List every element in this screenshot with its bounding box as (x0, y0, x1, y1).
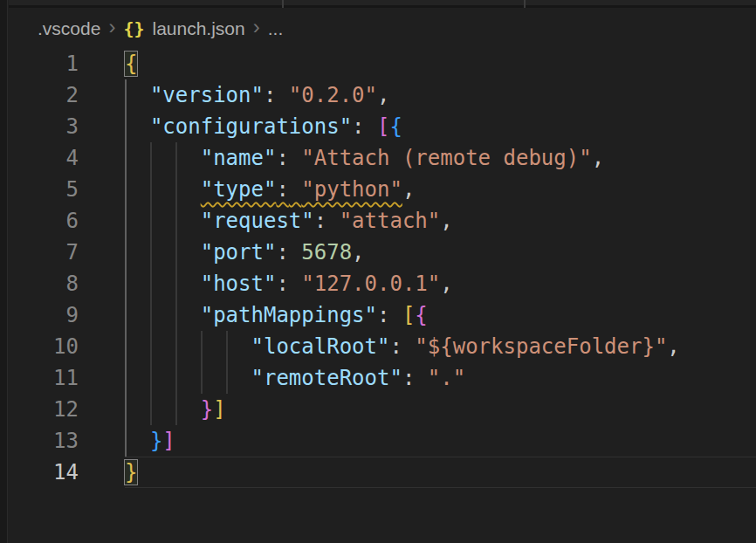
code-line[interactable]: 8 "host": "127.0.0.1", (9, 268, 756, 299)
code-line[interactable]: 11 "remoteRoot": "." (9, 362, 756, 394)
code-token: ] (162, 429, 175, 453)
code-token (289, 240, 301, 265)
code-token (125, 114, 150, 139)
code-line-content[interactable]: }] (125, 394, 226, 425)
code-line[interactable]: 7 "port": 5678, (9, 237, 756, 268)
breadcrumb-symbol-more[interactable]: ... (268, 18, 284, 39)
code-token (125, 177, 201, 202)
code-token (402, 334, 415, 359)
tab-separator (524, 0, 526, 8)
code-line[interactable]: 9 "pathMappings": [{ (9, 299, 756, 331)
code-line[interactable]: 5 "type": "python", (9, 174, 756, 205)
code-token: [ (377, 114, 389, 139)
code-token: : (276, 240, 288, 265)
code-line-content[interactable]: "type": "python", (125, 174, 415, 205)
code-token (289, 272, 301, 296)
line-number[interactable]: 8 (9, 268, 79, 299)
line-number[interactable]: 4 (9, 142, 79, 174)
breadcrumb: .vscode › {} launch.json › ... (9, 10, 756, 47)
code-line-content[interactable]: "localRoot": "${workspaceFolder}", (125, 331, 680, 362)
code-token: "configurations" (150, 114, 352, 139)
line-number[interactable]: 13 (9, 425, 79, 457)
code-token: "remoteRoot" (251, 366, 402, 390)
code-token: "127.0.0.1" (301, 272, 440, 296)
code-token: ] (213, 397, 225, 422)
code-line-content[interactable]: "pathMappings": [{ (125, 299, 428, 331)
code-token (276, 83, 288, 107)
code-line[interactable]: 4 "name": "Attach (remote debug)", (9, 142, 756, 174)
code-line-content[interactable]: "request": "attach", (125, 205, 453, 237)
code-token: "port" (201, 240, 277, 265)
code-token: 5678 (301, 240, 352, 265)
line-number[interactable]: 5 (9, 174, 79, 205)
code-token: "localRoot" (251, 334, 390, 359)
code-token (125, 334, 251, 359)
line-number[interactable]: 11 (9, 362, 79, 394)
code-token: : (389, 334, 402, 359)
code-token: : (352, 114, 364, 139)
line-number[interactable]: 7 (9, 237, 79, 268)
code-token (125, 272, 201, 296)
code-line[interactable]: 1{ (9, 48, 756, 79)
code-token: "request" (201, 209, 314, 233)
sidebar-edge (0, 0, 8, 543)
code-token: "type" (201, 177, 277, 202)
line-number[interactable]: 2 (9, 79, 79, 111)
line-number[interactable]: 9 (9, 299, 79, 331)
line-number[interactable]: 14 (9, 457, 79, 488)
json-file-icon: {} (123, 18, 144, 39)
bracket-match-highlight: } (125, 460, 137, 485)
code-line-content[interactable]: "host": "127.0.0.1", (125, 268, 453, 299)
code-line[interactable]: 13 }] (9, 425, 756, 457)
code-token: , (352, 240, 364, 265)
code-line[interactable]: 12 }] (9, 394, 756, 425)
code-token: "attach" (340, 209, 441, 233)
line-number[interactable]: 1 (9, 48, 79, 79)
code-line[interactable]: 3 "configurations": [{ (9, 111, 756, 142)
code-token (125, 146, 201, 170)
code-token: "." (428, 366, 465, 390)
code-token (125, 397, 201, 422)
code-line-content[interactable]: { (125, 48, 137, 79)
code-token (365, 114, 377, 139)
code-token: } (150, 429, 162, 453)
breadcrumb-file[interactable]: launch.json (152, 18, 244, 39)
tab-bar (9, 0, 756, 8)
code-line-content[interactable]: "name": "Attach (remote debug)", (125, 142, 604, 174)
code-token: "host" (201, 272, 277, 296)
code-line-content[interactable]: "remoteRoot": "." (125, 362, 465, 394)
line-number[interactable]: 10 (9, 331, 79, 362)
code-token: , (440, 272, 452, 296)
code-token (326, 209, 339, 233)
code-line[interactable]: 10 "localRoot": "${workspaceFolder}", (9, 331, 756, 362)
line-number[interactable]: 12 (9, 394, 79, 425)
code-token (125, 366, 251, 390)
code-line[interactable]: 6 "request": "attach", (9, 205, 756, 237)
code-line[interactable]: 14} (9, 457, 756, 488)
code-line-content[interactable]: "version": "0.2.0", (125, 79, 389, 111)
code-token: } (201, 397, 213, 422)
code-line-content[interactable]: "configurations": [{ (125, 111, 402, 142)
code-token: "0.2.0" (289, 83, 377, 107)
code-token: , (592, 146, 604, 170)
code-token: : (314, 209, 326, 233)
code-token: [ (402, 303, 415, 327)
code-token (125, 429, 150, 453)
code-token: "name" (201, 146, 277, 170)
editor[interactable]: 1{2 "version": "0.2.0",3 "configurations… (9, 48, 756, 543)
code-token: , (440, 209, 452, 233)
code-token: : (402, 366, 415, 390)
code-token (125, 303, 201, 327)
code-token: : (276, 146, 288, 170)
code-token: : (276, 177, 288, 202)
code-token (415, 366, 427, 390)
code-line-content[interactable]: "port": 5678, (125, 237, 365, 268)
line-number[interactable]: 3 (9, 111, 79, 142)
code-line[interactable]: 2 "version": "0.2.0", (9, 79, 756, 111)
code-token (289, 177, 301, 202)
code-line-content[interactable]: } (125, 457, 137, 488)
breadcrumb-folder[interactable]: .vscode (38, 18, 100, 39)
tab-separator (282, 0, 284, 8)
line-number[interactable]: 6 (9, 205, 79, 237)
code-line-content[interactable]: }] (125, 425, 175, 457)
